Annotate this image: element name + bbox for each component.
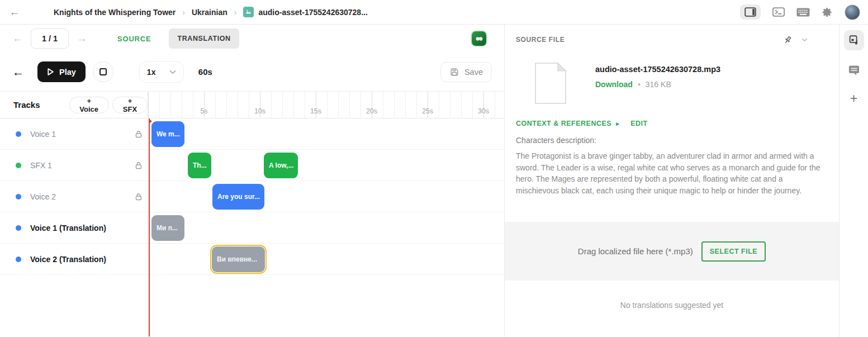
file-size: 316 KB [646,80,671,89]
tracks-header: Tracks + Voice + SFX 5s 10s 15s 20s 25s … [0,92,504,118]
settings-gear-icon[interactable] [822,7,833,18]
comments-panel-button[interactable] [844,60,864,80]
menu-icon[interactable] [29,8,40,16]
tracks-title: Tracks [13,100,40,110]
breadcrumb-asset-label: audio-asset-1755242630728... [258,8,367,17]
lock-icon[interactable] [134,192,143,201]
track-name: SFX 1 [30,161,134,170]
save-label: Save [464,68,483,77]
right-icon-rail: + [839,25,868,337]
breadcrumb-asset[interactable]: audio-asset-1755242630728... [243,7,367,17]
source-filename: audio-asset-1755242630728.mp3 [595,65,720,74]
edit-link[interactable]: EDIT [630,120,647,127]
track-name: Voice 2 (Translation) [30,255,134,264]
characters-description-text: The Protagonist is a brave ginger tabby,… [516,150,828,196]
track-color-dot [16,131,21,137]
audio-clip[interactable]: A low,... [264,153,298,178]
keyboard-icon[interactable] [796,8,810,17]
add-voice-button[interactable]: + Voice [69,97,109,113]
source-file-title: SOURCE FILE [516,36,565,44]
context-references-row: CONTEXT & REFERENCES ▸ EDIT [516,120,828,127]
save-button[interactable]: Save [440,62,492,82]
terminal-icon[interactable] [772,7,785,17]
bullet-separator: • [638,80,641,89]
track-color-dot [16,194,21,200]
topbar-right [740,4,860,20]
caret-right-icon: ▸ [616,120,619,127]
media-audio-panel-button[interactable] [844,30,864,50]
no-translations-message: No translations suggested yet [516,301,828,310]
speed-dropdown[interactable]: 1x [139,61,184,83]
timeline-editor: ← 1 / 1 → SOURCE TRANSLATION ← Play 1x 6… [0,25,505,337]
source-file-meta: Download • 316 KB [595,80,720,89]
pager-toolbar: ← 1 / 1 → SOURCE TRANSLATION [0,25,504,53]
characters-description-title: Characters description: [516,136,828,145]
dropzone-hint: Drag localized file here (*.mp3) [578,246,693,256]
context-references-link[interactable]: CONTEXT & REFERENCES [516,120,611,127]
ruler-tick: 10s [254,107,265,115]
rewind-start-icon[interactable]: ← [12,65,24,79]
app-badge-icon[interactable] [472,31,486,46]
ruler-tick: 20s [366,107,377,115]
add-panel-button[interactable]: + [844,88,864,108]
clips-layer: We m... Th... A low,... Are you sur... М… [148,118,496,337]
audio-clip[interactable]: Are you sur... [212,184,264,210]
play-button[interactable]: Play [37,61,86,82]
select-file-button[interactable]: SELECT FILE [701,241,766,262]
file-icon [535,63,566,104]
page-indicator: 1 / 1 [31,29,69,49]
audio-clip[interactable]: We m... [151,121,184,147]
lock-icon[interactable] [134,130,143,139]
lock-icon[interactable] [134,161,143,170]
audio-clip[interactable]: Ми п... [151,215,184,241]
panel-layout-toggle-button[interactable] [740,4,761,20]
source-file-info: audio-asset-1755242630728.mp3 Download •… [595,63,720,89]
main-area: ← 1 / 1 → SOURCE TRANSLATION ← Play 1x 6… [0,25,868,337]
breadcrumb: Knights of the Whispering Tower › Ukrain… [54,7,368,17]
add-sfx-button[interactable]: + SFX [112,97,148,113]
pin-icon[interactable] [781,33,795,46]
topbar: ← Knights of the Whispering Tower › Ukra… [0,0,868,25]
track-color-dot [16,163,21,168]
breadcrumb-language[interactable]: Ukrainian [192,8,227,17]
ruler-tick: 15s [310,107,321,115]
download-link[interactable]: Download [595,80,633,89]
tracks-header-left: Tracks + Voice + SFX [0,92,148,118]
playback-toolbar: ← Play 1x 60s Save [0,53,504,92]
playhead[interactable] [149,118,150,336]
tab-translation[interactable]: TRANSLATION [169,29,239,49]
stop-button[interactable] [93,61,113,82]
track-name: Voice 1 [30,130,134,139]
prev-page-icon[interactable]: ← [9,32,26,45]
chevron-down-icon[interactable] [801,38,808,42]
timeline-ruler[interactable]: 5s 10s 15s 20s 25s 30s [148,92,496,118]
tab-source[interactable]: SOURCE [114,29,154,49]
track-name: Voice 2 [30,192,134,201]
breadcrumb-project[interactable]: Knights of the Whispering Tower [54,8,176,17]
audio-clip[interactable]: Th... [188,153,211,178]
duration-label: 60s [198,67,212,77]
play-label: Play [59,68,76,77]
plus-icon: + [850,92,857,105]
source-panel-header: SOURCE FILE [516,35,828,45]
chevron-right-icon: › [182,8,185,17]
speed-value: 1x [147,68,156,77]
media-audio-icon [848,34,860,46]
stop-icon [99,68,107,75]
media-thumbnail-icon [243,7,254,17]
next-page-icon[interactable]: → [73,32,91,45]
tracks-body: Voice 1 SFX 1 Voice 2 Voice 1 (Translati… [0,118,504,337]
source-file-row: audio-asset-1755242630728.mp3 Download •… [516,63,828,104]
user-avatar[interactable] [845,4,860,20]
ruler-tick: 30s [478,107,489,115]
track-name: Voice 1 (Translation) [30,224,134,232]
ruler-tick: 5s [200,107,207,115]
ruler-tick: 25s [422,107,433,115]
play-icon [47,68,54,76]
localized-file-dropzone[interactable]: Drag localized file here (*.mp3) SELECT … [505,222,839,281]
audio-clip-selected[interactable]: Ви впевне... [212,246,265,272]
topbar-left: ← Knights of the Whispering Tower › Ukra… [8,6,368,18]
back-arrow-icon[interactable]: ← [8,6,21,18]
chevron-right-icon: › [234,8,237,17]
ruler-spacer [496,92,504,118]
